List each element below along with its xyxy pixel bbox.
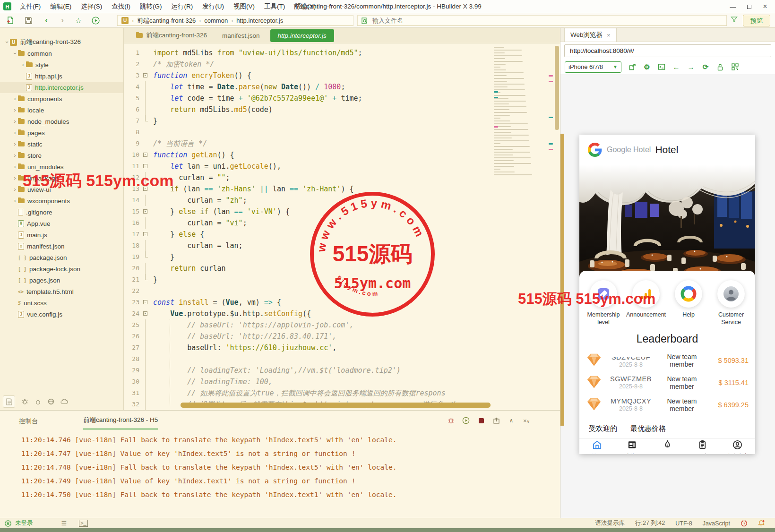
qr-code-icon[interactable] [730, 62, 740, 72]
tree-item--canting-front-326[interactable]: ›U前端canting-front-326 [0, 36, 123, 48]
nav-item-profile[interactable]: 个人中心 [720, 439, 755, 454]
login-status[interactable]: 未登录 [15, 519, 33, 527]
code-line[interactable]: 28 [124, 353, 560, 365]
refresh-icon[interactable]: ⟳ [701, 62, 710, 72]
fold-gutter[interactable] [142, 81, 149, 93]
menu-item[interactable]: 编辑(E) [45, 0, 76, 13]
vertical-scrollbar[interactable] [555, 46, 559, 130]
code-line[interactable]: 24- Vue.prototype.$u.http.setConfig({ [124, 308, 560, 319]
fold-gutter[interactable]: - [142, 297, 149, 308]
code-line[interactable]: 31 // 如果将此值设置为true，拦截回调中将会返回服务端返回的所有数据re… [124, 387, 560, 399]
breadcrumb-folder[interactable]: common [204, 17, 228, 24]
code-line[interactable]: 27 baseUrl: 'https://610.jiuzhouw.cc', [124, 342, 560, 353]
code-line[interactable]: 15- } else if (lan == 'vi-VN') { [124, 206, 560, 217]
fold-gutter[interactable] [142, 217, 149, 229]
tree-item-pages-json[interactable]: [ ]pages.json [0, 275, 123, 286]
tree-item-package-lock-json[interactable]: [ ]package-lock.json [0, 263, 123, 275]
code-line[interactable]: 23-const install = (Vue, vm) => { [124, 297, 560, 308]
menu-item[interactable]: 文件(F) [15, 0, 45, 13]
tree-item-uview-ui[interactable]: ›uview-ui [0, 184, 123, 195]
minimap[interactable] [494, 47, 553, 203]
editor-tab-1[interactable]: manifest.json [215, 28, 267, 43]
fold-gutter[interactable]: - [142, 229, 149, 240]
terminal-icon[interactable] [657, 62, 666, 72]
code-line[interactable]: 25 // baseUrl: 'https://applovin-job.com… [124, 319, 560, 331]
fold-gutter[interactable]: - [142, 149, 149, 161]
code-line[interactable]: 26 // baseUrl: 'http://216.83.40.171', [124, 331, 560, 342]
fold-gutter[interactable] [142, 127, 149, 138]
encoding-status[interactable]: UTF-8 [675, 520, 692, 527]
quick-icon-membership[interactable]: Membership level [584, 280, 623, 326]
preview-button[interactable]: 预览 [743, 15, 770, 26]
nav-item-news[interactable]: 新闻 [614, 439, 649, 454]
fold-gutter[interactable] [142, 263, 149, 274]
console-export-icon[interactable] [492, 416, 500, 425]
fold-gutter[interactable]: - [142, 161, 149, 172]
fold-gutter[interactable] [142, 195, 149, 206]
arrow-right-icon[interactable]: → [686, 62, 696, 72]
close-icon[interactable]: × [607, 32, 611, 39]
minimize-button[interactable]: — [725, 0, 741, 13]
tree-item-http-api-js[interactable]: Jhttp.api.js [0, 70, 123, 82]
back-button[interactable]: ‹ [41, 15, 52, 26]
code-line[interactable]: 16 curlan = "vi"; [124, 217, 560, 229]
fold-gutter[interactable]: - [142, 183, 149, 195]
fold-gutter[interactable] [142, 331, 149, 342]
tree-item-app-vue[interactable]: VApp.vue [0, 218, 123, 229]
fold-gutter[interactable]: - [142, 308, 149, 319]
maximize-button[interactable] [741, 0, 757, 13]
fold-gutter[interactable] [142, 93, 149, 104]
fold-gutter[interactable] [142, 319, 149, 331]
tree-item-package-json[interactable]: [ ]package.json [0, 252, 123, 263]
filter-icon[interactable] [731, 16, 738, 25]
breadcrumb-project[interactable]: 前端canting-front-326 [137, 17, 196, 25]
unlock-icon[interactable] [715, 62, 725, 72]
menu-item[interactable]: 选择(S) [76, 0, 107, 13]
device-selector[interactable]: iPhone 6/7/8▼ [565, 61, 621, 73]
section-tab[interactable]: 受欢迎的 [589, 424, 617, 433]
outline-icon[interactable]: ☰ [61, 520, 67, 527]
fold-gutter[interactable] [142, 387, 149, 399]
fold-gutter[interactable] [142, 353, 149, 365]
fold-gutter[interactable] [142, 59, 149, 70]
fold-gutter[interactable]: - [142, 70, 149, 81]
search-input[interactable] [371, 17, 723, 25]
fold-gutter[interactable] [142, 115, 149, 127]
quick-icon-help[interactable]: Help [669, 280, 708, 326]
fold-gutter[interactable] [142, 365, 149, 376]
console-close-icon[interactable]: ×∨ [522, 416, 531, 425]
code-line[interactable]: 17- } else { [124, 229, 560, 240]
close-button[interactable]: × [757, 0, 773, 13]
editor-tab-0[interactable]: 前端canting-front-326 [129, 28, 215, 43]
breadcrumb-file[interactable]: http.interceptor.js [236, 17, 283, 24]
menu-item[interactable]: 发行(U) [198, 0, 229, 13]
tree-item-main-js[interactable]: Jmain.js [0, 229, 123, 240]
ant-icon[interactable] [21, 399, 28, 405]
favorite-star-button[interactable]: ☆ [73, 15, 84, 26]
console-collapse-icon[interactable]: ∧ [507, 416, 516, 425]
console-bug-icon[interactable] [447, 416, 455, 425]
fold-gutter[interactable] [142, 251, 149, 263]
panel-scrollbar[interactable] [560, 134, 564, 426]
horizontal-scrollbar[interactable] [181, 403, 491, 408]
code-line[interactable]: 19 } [124, 251, 560, 263]
code-line[interactable]: 22 [124, 285, 560, 297]
tree-item-uni-modules[interactable]: ›uni_modules [0, 161, 123, 172]
browser-tab[interactable]: Web浏览器 × [564, 28, 617, 42]
open-external-icon[interactable] [628, 62, 637, 72]
section-tab[interactable]: 最优惠价格 [630, 424, 666, 433]
menu-item[interactable]: 工具(T) [259, 0, 290, 13]
tree-item-unpackage[interactable]: ›unpackage [0, 172, 123, 184]
forward-button[interactable]: › [57, 15, 68, 26]
code-line[interactable]: 29 // loadingText: 'Loading',//vm.$t('lo… [124, 365, 560, 376]
tree-item-static[interactable]: ›static [0, 138, 123, 150]
fold-gutter[interactable] [142, 342, 149, 353]
notification-bell-icon[interactable] [758, 520, 765, 527]
fold-gutter[interactable] [142, 104, 149, 115]
menu-item[interactable]: 运行(R) [167, 0, 198, 13]
globe-icon[interactable] [48, 398, 54, 405]
menu-item[interactable]: 跳转(G) [135, 0, 167, 13]
tree-item-common[interactable]: ›common [0, 48, 123, 59]
code-line[interactable]: 20 return curlan [124, 263, 560, 274]
menu-item[interactable]: 查找(I) [107, 0, 135, 13]
